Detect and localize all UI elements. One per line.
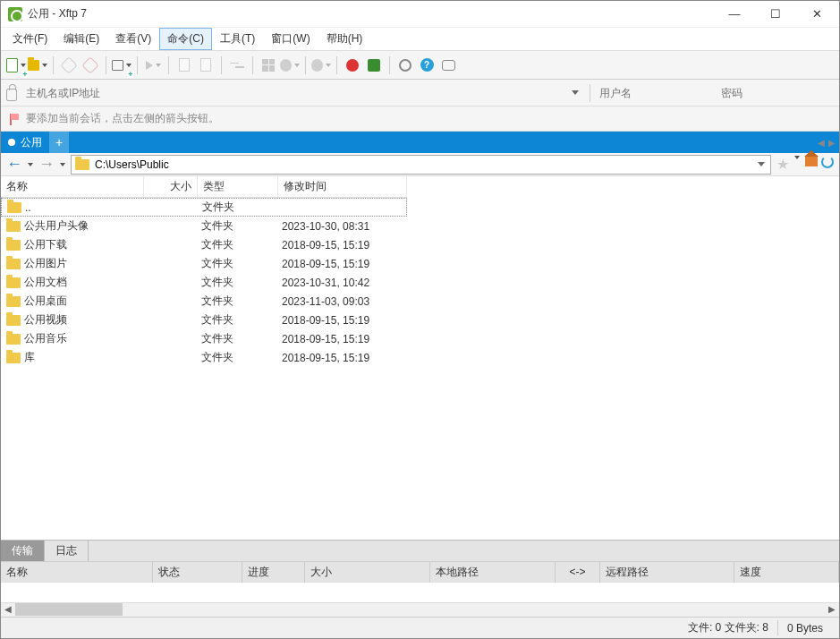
menu-tool[interactable]: 工具(T) [212, 28, 263, 50]
layout-button[interactable] [259, 55, 278, 75]
tcol-direction[interactable]: <-> [556, 562, 600, 583]
file-row[interactable]: 公用音乐文件夹2018-09-15, 15:19 [1, 329, 407, 348]
menu-command[interactable]: 命令(C) [159, 28, 212, 50]
username-input[interactable] [596, 83, 712, 103]
tab-next-icon[interactable]: ▶ [828, 138, 836, 148]
menu-view[interactable]: 查看(V) [107, 28, 159, 50]
session-tab-public[interactable]: 公用 [1, 132, 49, 153]
file-row[interactable]: 公用文档文件夹2023-10-31, 10:42 [1, 273, 407, 292]
host-dropdown-icon[interactable] [572, 90, 579, 95]
menu-help[interactable]: 帮助(H) [318, 28, 371, 50]
sync-button[interactable] [280, 55, 300, 75]
file-row[interactable]: 公用桌面文件夹2023-11-03, 09:03 [1, 292, 407, 311]
tab-log[interactable]: 日志 [45, 541, 89, 561]
feedback-button[interactable] [438, 55, 458, 75]
bottom-tabs: 传输 日志 [1, 540, 839, 561]
new-session-button[interactable]: + [6, 55, 26, 75]
file-name: 公用文档 [24, 275, 201, 290]
home-icon[interactable] [805, 156, 818, 166]
tcol-size[interactable]: 大小 [305, 562, 430, 583]
lock-icon [6, 89, 17, 101]
transfer-body: ◀▶ [1, 583, 839, 617]
tcol-progress[interactable]: 进度 [242, 562, 305, 583]
file-modified: 2023-11-03, 09:03 [282, 295, 407, 308]
tab-transfer[interactable]: 传输 [1, 541, 45, 561]
tcol-name[interactable]: 名称 [1, 562, 153, 583]
path-dropdown-icon[interactable] [758, 162, 765, 166]
file-name: 公用下载 [24, 237, 201, 252]
horizontal-scrollbar[interactable]: ◀▶ [1, 602, 839, 617]
file-row[interactable]: ..文件夹 [1, 198, 407, 217]
open-session-button[interactable] [28, 55, 47, 75]
menu-file[interactable]: 文件(F) [4, 28, 55, 50]
folder-icon [7, 202, 21, 213]
folder-icon [6, 221, 21, 232]
disconnect-button[interactable] [81, 55, 100, 75]
titlebar: 公用 - Xftp 7 — ☐ ✕ [1, 1, 839, 28]
file-modified: 2018-09-15, 15:19 [282, 314, 407, 327]
remote-panel [407, 176, 839, 540]
new-terminal-button[interactable]: + [112, 55, 132, 75]
maximize-button[interactable]: ☐ [755, 1, 796, 28]
tab-prev-icon[interactable]: ◀ [818, 138, 825, 148]
folder-icon [6, 259, 21, 269]
status-file-count: 文件: 0 文件夹: 8 [679, 620, 778, 635]
nav-row: ← → ⬑ ★ [1, 153, 839, 176]
add-session-tab[interactable]: + [49, 132, 69, 153]
file-row[interactable]: 公用视频文件夹2018-09-15, 15:19 [1, 311, 407, 329]
col-modified[interactable]: 修改时间 [278, 176, 407, 197]
column-headers: 名称 大小 类型 修改时间 [1, 176, 407, 198]
password-input[interactable] [717, 83, 834, 103]
play-button[interactable] [143, 55, 163, 75]
tcol-local[interactable]: 本地路径 [430, 562, 556, 583]
tab-nav: ◀ ▶ [818, 132, 836, 153]
tcol-status[interactable]: 状态 [153, 562, 242, 583]
folder-icon [6, 315, 21, 326]
file-type: 文件夹 [201, 275, 282, 290]
new-file-button[interactable] [174, 55, 194, 75]
bookmark-icon[interactable]: ★ [776, 156, 789, 173]
session-tab-strip: 公用 + ◀ ▶ [1, 132, 839, 153]
swirl-icon[interactable] [343, 55, 362, 75]
folder-icon [6, 334, 21, 345]
folder-icon [6, 277, 21, 288]
col-type[interactable]: 类型 [198, 176, 278, 197]
record-button[interactable] [311, 55, 331, 75]
nav-back-dropdown[interactable] [28, 163, 33, 166]
settings-button[interactable] [395, 55, 415, 75]
host-input[interactable] [22, 83, 566, 103]
nav-forward-dropdown[interactable] [60, 163, 65, 166]
netsarang-icon[interactable] [364, 55, 384, 75]
minimize-button[interactable]: — [714, 1, 755, 28]
col-size[interactable]: 大小 [144, 176, 198, 197]
help-button[interactable]: ? [417, 55, 437, 75]
file-modified: 2023-10-30, 08:31 [282, 220, 407, 233]
bookmark-dropdown[interactable] [794, 156, 800, 159]
connect-button[interactable] [59, 55, 79, 75]
file-name: 公用桌面 [24, 294, 201, 309]
file-type: 文件夹 [201, 294, 282, 309]
new-folder-button[interactable] [196, 55, 216, 75]
file-modified: 2018-09-15, 15:19 [282, 333, 407, 345]
nav-forward-button[interactable]: → [37, 155, 56, 174]
tcol-speed[interactable]: 速度 [734, 562, 839, 583]
file-row[interactable]: 库文件夹2018-09-15, 15:19 [1, 348, 407, 367]
menu-window[interactable]: 窗口(W) [263, 28, 318, 50]
col-name[interactable]: 名称 [1, 176, 144, 197]
file-row[interactable]: 公用下载文件夹2018-09-15, 15:19 [1, 235, 407, 254]
path-input[interactable] [95, 158, 754, 171]
file-row[interactable]: 公用图片文件夹2018-09-15, 15:19 [1, 254, 407, 273]
nav-back-button[interactable]: ← [4, 155, 24, 174]
close-button[interactable]: ✕ [796, 1, 837, 28]
file-type: 文件夹 [202, 200, 283, 215]
file-row[interactable]: 公共用户头像文件夹2023-10-30, 08:31 [1, 217, 407, 235]
folder-icon [75, 159, 89, 170]
menu-edit[interactable]: 编辑(E) [55, 28, 107, 50]
transfer-button[interactable] [227, 55, 247, 75]
file-list[interactable]: ..文件夹公共用户头像文件夹2023-10-30, 08:31公用下载文件夹20… [1, 198, 407, 540]
file-name: 公共用户头像 [24, 218, 201, 234]
file-type: 文件夹 [201, 256, 282, 271]
refresh-icon[interactable] [821, 156, 834, 168]
session-status-icon [8, 139, 15, 146]
tcol-remote[interactable]: 远程路径 [600, 562, 734, 583]
